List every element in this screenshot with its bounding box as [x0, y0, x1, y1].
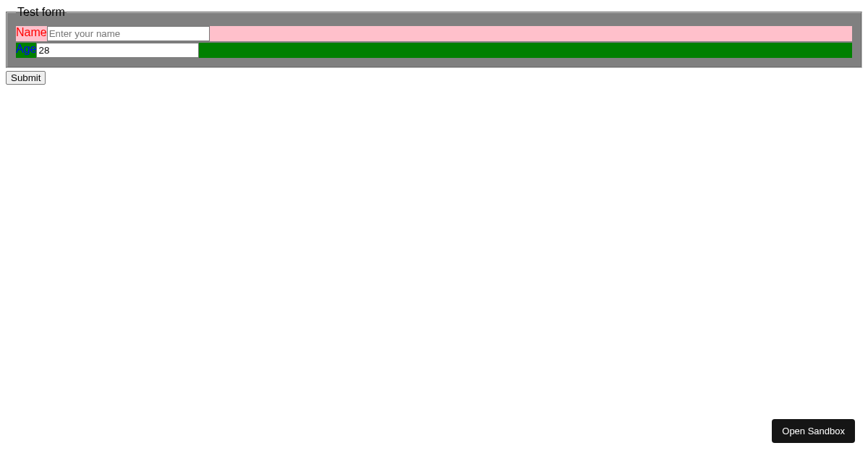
test-form: Test form Name Age Submit — [6, 6, 862, 85]
name-input[interactable] — [47, 26, 210, 41]
age-input[interactable] — [36, 43, 199, 58]
form-legend: Test form — [16, 6, 67, 19]
name-label: Name — [16, 26, 47, 41]
age-row: Age — [16, 43, 852, 58]
submit-button[interactable]: Submit — [6, 71, 46, 85]
age-label: Age — [16, 43, 36, 58]
name-row: Name — [16, 26, 852, 41]
form-fieldset: Test form Name Age — [6, 6, 862, 68]
